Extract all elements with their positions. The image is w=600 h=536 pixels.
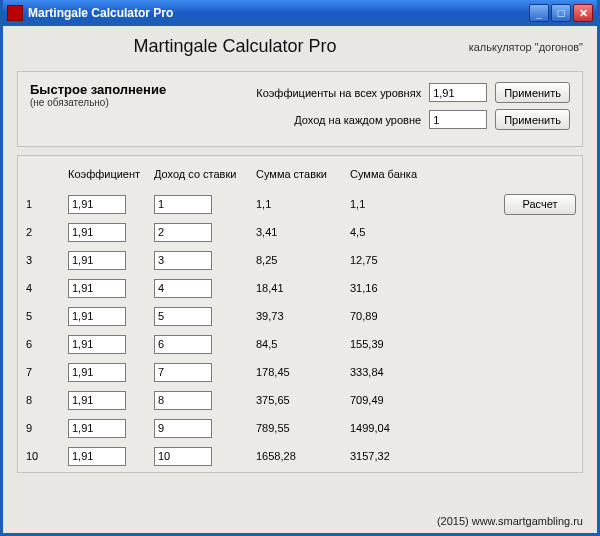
bet-value: 3,41 [256,226,350,238]
table-row: 38,2512,75 [20,246,580,274]
coef-input[interactable] [68,223,126,242]
quickfill-heading-block: Быстрое заполнение (не обязательно) [30,82,200,108]
income-input[interactable] [154,391,212,410]
quickfill-note: (не обязательно) [30,97,200,108]
bank-value: 31,16 [350,282,444,294]
income-input[interactable] [154,279,212,298]
coef-input[interactable] [68,335,126,354]
quickfill-panel: Быстрое заполнение (не обязательно) Коэф… [17,71,583,147]
row-index: 5 [20,310,68,322]
table-row: 9789,551499,04 [20,414,580,442]
bet-value: 375,65 [256,394,350,406]
bank-value: 333,84 [350,366,444,378]
row-index: 6 [20,338,68,350]
table-row: 418,4131,16 [20,274,580,302]
income-input[interactable] [154,223,212,242]
quickfill-heading: Быстрое заполнение [30,82,200,97]
bet-value: 178,45 [256,366,350,378]
app-icon [7,5,23,21]
bank-value: 4,5 [350,226,444,238]
bank-value: 12,75 [350,254,444,266]
income-input[interactable] [154,307,212,326]
calculate-button[interactable]: Расчет [504,194,576,215]
coef-input[interactable] [68,279,126,298]
income-all-input[interactable] [429,110,487,129]
income-input[interactable] [154,195,212,214]
bet-value: 84,5 [256,338,350,350]
income-all-label: Доход на каждом уровне [200,114,421,126]
maximize-button[interactable]: □ [551,4,571,22]
income-input[interactable] [154,419,212,438]
bank-value: 1499,04 [350,422,444,434]
col-income-header: Доход со ставки [154,168,256,180]
header: Martingale Calculator Pro калькулятор "д… [3,26,597,63]
row-index: 7 [20,366,68,378]
row-index: 9 [20,422,68,434]
income-input[interactable] [154,251,212,270]
coef-all-label: Коэффициенты на всех уровнях [200,87,421,99]
coef-input[interactable] [68,195,126,214]
table-row: 7178,45333,84 [20,358,580,386]
income-input[interactable] [154,447,212,466]
bank-value: 3157,32 [350,450,444,462]
row-index: 2 [20,226,68,238]
apply-coef-button[interactable]: Применить [495,82,570,103]
bank-value: 70,89 [350,310,444,322]
table-row: 8375,65709,49 [20,386,580,414]
bank-value: 1,1 [350,198,444,210]
page-subtitle: калькулятор "догонов" [453,41,583,53]
bank-value: 155,39 [350,338,444,350]
bet-value: 789,55 [256,422,350,434]
income-input[interactable] [154,335,212,354]
window-buttons: _ □ ✕ [529,4,593,22]
bet-value: 8,25 [256,254,350,266]
col-coef-header: Коэффициент [68,168,154,180]
bet-value: 1658,28 [256,450,350,462]
coef-input[interactable] [68,251,126,270]
col-bank-header: Сумма банка [350,168,444,180]
bet-value: 18,41 [256,282,350,294]
table-header-row: Коэффициент Доход со ставки Сумма ставки… [20,164,580,190]
row-index: 4 [20,282,68,294]
table-row: 23,414,5 [20,218,580,246]
footer-text: (2015) www.smartgambling.ru [437,515,583,527]
coef-input[interactable] [68,419,126,438]
row-index: 8 [20,394,68,406]
window-title: Martingale Calculator Pro [28,6,529,20]
coef-all-input[interactable] [429,83,487,102]
app-window: Martingale Calculator Pro _ □ ✕ Martinga… [0,0,600,536]
coef-input[interactable] [68,447,126,466]
row-index: 1 [20,198,68,210]
row-index: 3 [20,254,68,266]
table-row: 684,5155,39 [20,330,580,358]
bet-value: 39,73 [256,310,350,322]
coef-input[interactable] [68,391,126,410]
apply-income-button[interactable]: Применить [495,109,570,130]
col-bet-header: Сумма ставки [256,168,350,180]
bet-value: 1,1 [256,198,350,210]
table-row: 101658,283157,32 [20,442,580,470]
table-row: 11,11,1Расчет [20,190,580,218]
close-button[interactable]: ✕ [573,4,593,22]
table-row: 539,7370,89 [20,302,580,330]
coef-input[interactable] [68,307,126,326]
table-panel: Коэффициент Доход со ставки Сумма ставки… [17,155,583,473]
coef-input[interactable] [68,363,126,382]
col-index-header [20,168,68,180]
titlebar[interactable]: Martingale Calculator Pro _ □ ✕ [3,0,597,26]
minimize-button[interactable]: _ [529,4,549,22]
page-title: Martingale Calculator Pro [17,36,453,57]
bank-value: 709,49 [350,394,444,406]
income-input[interactable] [154,363,212,382]
row-index: 10 [20,450,68,462]
